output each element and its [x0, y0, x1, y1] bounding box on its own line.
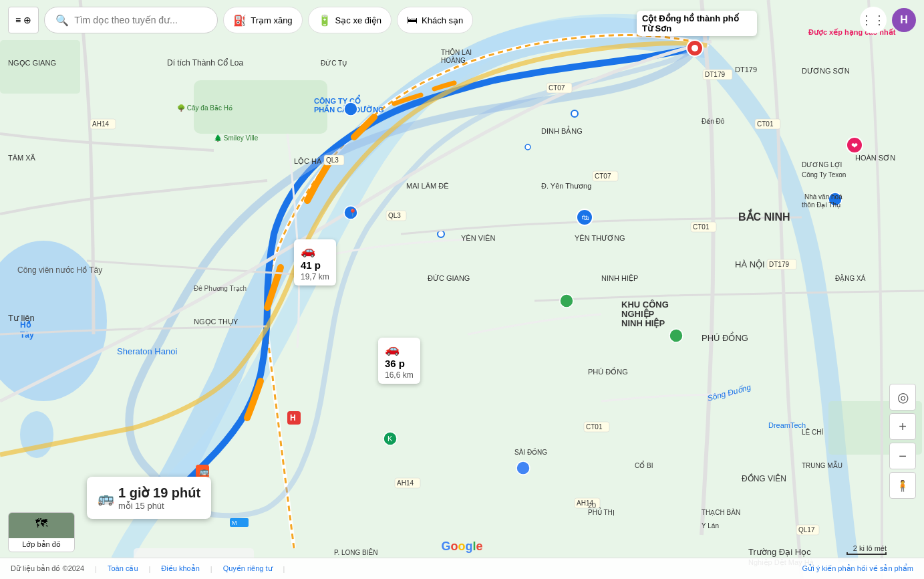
toolbar: ≡ ⊕ 🔍 ⛽ Trạm xăng 🔋 Sạc xe điện 🛏 Khách … — [0, 7, 924, 33]
svg-text:Công Ty Texon: Công Ty Texon — [802, 171, 846, 179]
hotel-icon: 🛏 — [407, 14, 418, 26]
scale-line — [846, 552, 887, 555]
svg-text:Trường Đại Học: Trường Đại Học — [748, 547, 811, 557]
search-input[interactable] — [74, 15, 206, 25]
user-initial: H — [900, 14, 908, 26]
divider-1: | — [95, 565, 97, 573]
svg-text:Đ. Yên Thương: Đ. Yên Thương — [541, 182, 591, 190]
svg-text:NGHIỆP: NGHIỆP — [621, 308, 655, 319]
feedback-link[interactable]: Gửi ý kiến phản hồi về sản phẩm — [802, 564, 913, 573]
transit-duration: 1 giờ 19 phút — [118, 485, 200, 501]
svg-text:CT07: CT07 — [549, 84, 565, 92]
svg-text:THÔN LAI: THÔN LAI — [441, 48, 472, 56]
google-o2: o — [458, 540, 465, 553]
svg-text:SÀI ĐỒNG: SÀI ĐỒNG — [514, 448, 547, 456]
street-view-button[interactable]: 🧍 — [889, 472, 916, 499]
svg-text:DT179: DT179 — [735, 66, 757, 74]
hotel-label: Khách sạn — [422, 15, 463, 25]
gas-station-label: Trạm xăng — [251, 15, 292, 25]
zoom-out-button[interactable]: − — [889, 443, 916, 469]
svg-text:📍: 📍 — [348, 208, 357, 217]
divider-2: | — [149, 565, 151, 573]
svg-text:ĐỨC TỤ: ĐỨC TỤ — [321, 60, 347, 67]
car-icon-1: 🚗 — [301, 243, 315, 258]
svg-point-92 — [691, 45, 698, 51]
gas-station-button[interactable]: ⛽ Trạm xăng — [223, 7, 302, 33]
google-g: G — [441, 540, 450, 553]
svg-text:THẠCH BÀN: THẠCH BÀN — [702, 508, 740, 516]
google-logo: Google — [441, 540, 482, 554]
apps-button[interactable]: ⋮⋮ — [860, 7, 887, 33]
svg-text:Đê Phương Trạch: Đê Phương Trạch — [194, 285, 247, 292]
svg-text:QL3: QL3 — [326, 156, 339, 164]
svg-text:CT07: CT07 — [595, 172, 611, 180]
svg-point-107 — [516, 461, 530, 475]
svg-rect-7 — [0, 40, 80, 94]
svg-text:🛍: 🛍 — [581, 213, 589, 221]
route-distance-2: 16,6 km — [385, 370, 414, 380]
svg-text:CT01: CT01 — [757, 120, 774, 128]
svg-text:20: 20 — [588, 501, 596, 509]
svg-point-10 — [438, 231, 444, 237]
user-avatar[interactable]: H — [892, 8, 916, 32]
svg-text:K: K — [388, 435, 393, 443]
map-mode-button[interactable]: ≡ ⊕ — [8, 7, 39, 33]
svg-text:QL3: QL3 — [388, 212, 401, 219]
search-icon: 🔍 — [55, 14, 69, 27]
svg-text:Tây: Tây — [20, 330, 34, 340]
svg-text:NGỌC THỤY: NGỌC THỤY — [194, 318, 239, 326]
svg-text:QL17: QL17 — [798, 526, 815, 534]
scale-bar: 2 ki lô mét — [846, 544, 887, 555]
map-layer-label: Lớp bản đồ — [22, 540, 61, 549]
svg-text:DINH BẢNG: DINH BẢNG — [541, 126, 583, 135]
svg-text:AH14: AH14 — [92, 120, 109, 128]
svg-text:CỔ BI: CỔ BI — [635, 461, 653, 469]
bottom-bar: Dữ liệu bản đồ ©2024 | Toàn cầu | Điều k… — [0, 558, 924, 579]
svg-text:Y Lán: Y Lán — [702, 522, 719, 530]
ev-charging-label: Sạc xe điện — [335, 15, 381, 25]
location-button[interactable]: ◎ — [889, 384, 916, 411]
transit-frequency: mỗi 15 phút — [118, 501, 200, 511]
svg-text:P. LONG BIÊN: P. LONG BIÊN — [334, 548, 377, 556]
svg-text:DƯƠNG SƠN: DƯƠNG SƠN — [802, 67, 850, 75]
terms-link[interactable]: Điều khoản — [161, 564, 199, 573]
svg-text:🌲 Smiley Ville: 🌲 Smiley Ville — [214, 134, 259, 142]
svg-text:🌳 Cây đa Bắc Hồ: 🌳 Cây đa Bắc Hồ — [177, 104, 233, 112]
search-box[interactable]: 🔍 — [44, 7, 218, 33]
svg-text:Công viên nước Hồ Tây: Công viên nước Hồ Tây — [17, 265, 102, 275]
zoom-in-button[interactable]: + — [889, 413, 916, 440]
svg-text:PHÚ ĐỒNG: PHÚ ĐỒNG — [702, 332, 748, 343]
svg-text:ĐẶNG XÁ: ĐẶNG XÁ — [835, 274, 866, 282]
svg-text:ĐỨC GIANG: ĐỨC GIANG — [428, 274, 470, 282]
svg-text:TRUNG MẪU: TRUNG MẪU — [802, 461, 842, 469]
layers-icon: ≡ — [15, 15, 21, 25]
svg-point-110 — [560, 294, 573, 308]
map-container[interactable]: Hồ Tây — [0, 0, 924, 579]
global-link[interactable]: Toàn cầu — [108, 564, 138, 573]
hotel-button[interactable]: 🛏 Khách sạn — [397, 7, 473, 33]
svg-text:HOÀN SƠN: HOÀN SƠN — [855, 154, 895, 162]
google-e: e — [476, 540, 483, 553]
svg-text:LỘC HÀ: LỘC HÀ — [294, 157, 322, 166]
svg-text:Dí tích Thành Cổ Loa: Dí tích Thành Cổ Loa — [167, 58, 244, 68]
svg-text:DƯƠNG LỢI: DƯƠNG LỢI — [802, 161, 842, 168]
svg-text:KHU CÔNG: KHU CÔNG — [621, 300, 669, 310]
transit-info-panel: 🚌 1 giờ 19 phút mỗi 15 phút — [87, 477, 211, 519]
svg-text:Nhà văn hoá: Nhà văn hoá — [804, 193, 842, 201]
svg-text:HÀ NỘI: HÀ NỘI — [735, 259, 765, 269]
svg-text:🚌: 🚌 — [199, 466, 209, 476]
route-time-2: 36 p — [385, 358, 405, 369]
privacy-link[interactable]: Quyền riêng tư — [223, 564, 273, 573]
svg-text:DreamTech: DreamTech — [768, 421, 806, 429]
map-layer-button[interactable]: 🗺 Lớp bản đồ — [8, 512, 75, 552]
svg-text:MAI LÂM  ĐÊ: MAI LÂM ĐÊ — [406, 182, 449, 190]
svg-text:Đền Đô: Đền Đô — [702, 118, 725, 125]
route-box-2[interactable]: 🚗 36 p 16,6 km — [378, 338, 420, 384]
svg-point-11 — [571, 110, 578, 117]
svg-text:Tư liên: Tư liên — [8, 313, 35, 323]
ev-charging-button[interactable]: 🔋 Sạc xe điện — [308, 7, 392, 33]
svg-text:Sheraton Hanoi: Sheraton Hanoi — [117, 346, 177, 356]
route-box-1[interactable]: 🚗 41 p 19,7 km — [294, 239, 336, 285]
copyright-text: Dữ liệu bản đồ ©2024 — [11, 564, 84, 573]
svg-text:TÂM XÃ: TÂM XÃ — [8, 154, 36, 162]
